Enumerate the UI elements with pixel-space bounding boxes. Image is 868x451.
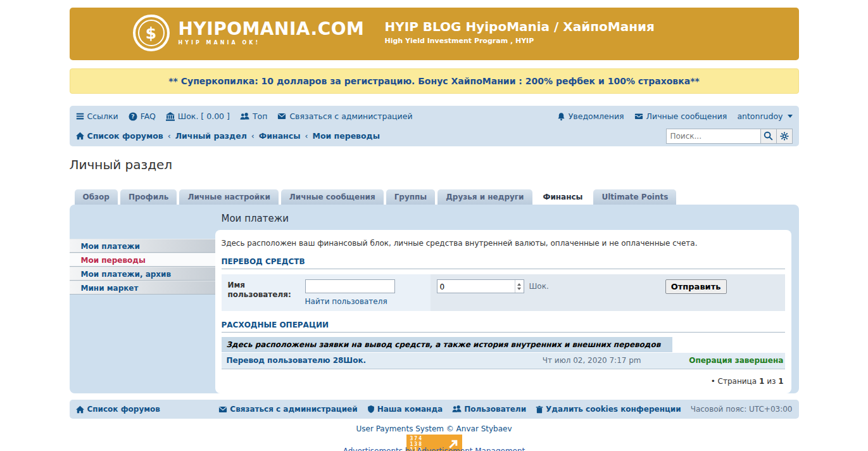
- amount-stepper[interactable]: [515, 280, 524, 293]
- tab-ultimate-points[interactable]: Ultimate Points: [593, 189, 676, 205]
- footer-link-label: Наша команда: [377, 405, 443, 414]
- nav-link-private-messages[interactable]: Личные сообщения: [634, 111, 727, 121]
- breadcrumb-forum-list[interactable]: Список форумов: [76, 131, 163, 141]
- envelope-icon: [277, 112, 286, 120]
- sidebar-item-payments-archive[interactable]: Мои платежи, архив: [70, 267, 215, 281]
- announcement-text: ** Суперкопилка: 10 долларов за регистра…: [168, 76, 700, 86]
- breadcrumb-my-transfers[interactable]: Мои переводы: [312, 131, 380, 141]
- footer-members-link[interactable]: Пользователи: [452, 405, 526, 414]
- amount-value: 0: [437, 280, 515, 293]
- inbox-icon: [634, 112, 643, 120]
- site-logo[interactable]: $ HYIPOMANIA.COM HYIP MANIA OK!: [133, 15, 365, 51]
- content-area: Мои платежи Здесь расположен ваш финансо…: [215, 205, 799, 393]
- nav-link-notifications[interactable]: Уведомления: [557, 111, 624, 121]
- nav-link-label: FAQ: [141, 111, 156, 121]
- tab-overview[interactable]: Обзор: [75, 189, 118, 205]
- bell-icon: [557, 112, 565, 121]
- operation-status: Операция завершена: [689, 356, 784, 365]
- operation-date: Чт июл 02, 2020 7:17 pm: [543, 356, 689, 365]
- operations-section-title: РАСХОДНЫЕ ОПЕРАЦИИ: [222, 321, 785, 333]
- trash-icon: [536, 405, 543, 414]
- nav-link-balance[interactable]: Шок. [ 0.00 ]: [166, 111, 230, 121]
- search-button[interactable]: [760, 129, 777, 144]
- counter-value: 374: [410, 436, 423, 441]
- tab-groups[interactable]: Группы: [386, 189, 436, 205]
- footer-bar: Список форумов Связаться с администрацие…: [70, 400, 799, 419]
- operations-table-header: Здесь расположены заявки на вывод средст…: [222, 337, 785, 352]
- pagination-label: Страница: [718, 377, 757, 386]
- tab-private-messages[interactable]: Личные сообщения: [281, 189, 384, 205]
- shield-icon: [367, 405, 375, 414]
- stepper-up-icon: [517, 283, 521, 286]
- search-bar: [666, 129, 793, 144]
- tab-profile[interactable]: Профиль: [120, 189, 177, 205]
- svg-text:?: ?: [131, 113, 134, 120]
- footer-link-label: Удалить cookies конференции: [546, 405, 681, 414]
- username-label: Имя пользователя:: [228, 279, 305, 306]
- footer-contact-admin-link[interactable]: Связаться с администрацией: [218, 405, 357, 414]
- breadcrumb: Список форумов ‹ Личный раздел ‹ Финансы…: [76, 125, 793, 146]
- nav-right: Уведомления Личные сообщения antonrudoy: [557, 111, 793, 121]
- footer-link-label: Связаться с администрацией: [230, 405, 357, 414]
- menu-icon: [76, 112, 84, 120]
- site-header: $ HYIPOMANIA.COM HYIP MANIA OK! HYIP BLO…: [70, 8, 799, 60]
- operations-table-row: Перевод пользователю 28Шок. Чт июл 02, 2…: [222, 353, 785, 369]
- logo-text: HYIPOMANIA.COM: [179, 20, 365, 38]
- footer-links: Связаться с администрацией Наша команда …: [218, 405, 792, 414]
- sidebar-item-my-transfers[interactable]: Мои переводы: [70, 253, 215, 267]
- stepper-down-icon: [517, 288, 521, 290]
- amount-input[interactable]: 0: [437, 279, 524, 293]
- nav-link-links[interactable]: Ссылки: [76, 111, 118, 121]
- page-root: $ HYIPOMANIA.COM HYIP MANIA OK! HYIP BLO…: [70, 8, 799, 451]
- nav-link-contact-admin[interactable]: Связаться с администрацией: [277, 111, 412, 121]
- pagination-bullet: •: [711, 377, 715, 386]
- search-options-button[interactable]: [776, 129, 793, 144]
- operation-description: Перевод пользователю 28Шок.: [222, 356, 543, 365]
- content-heading: Мои платежи: [215, 205, 791, 230]
- pagination-current: 1: [759, 377, 764, 386]
- breadcrumb-separator: ‹: [168, 131, 171, 141]
- breadcrumb-finance[interactable]: Финансы: [259, 131, 301, 141]
- search-icon: [764, 131, 773, 141]
- credits-link[interactable]: User Payments System © Anvar Stybaev: [70, 424, 799, 433]
- breadcrumb-label: Список форумов: [87, 131, 163, 141]
- tab-preferences[interactable]: Личные настройки: [179, 189, 278, 205]
- user-menu[interactable]: antonrudoy: [737, 111, 792, 121]
- transfer-section-title: ПЕРЕВОД СРЕДСТВ: [222, 257, 785, 269]
- find-user-link[interactable]: Найти пользователя: [305, 297, 395, 306]
- sidebar-item-mini-market[interactable]: Мини маркет: [70, 281, 215, 295]
- tab-finance[interactable]: Финансы: [535, 189, 591, 205]
- pagination-total: 1: [778, 377, 783, 386]
- nav-link-label: Ссылки: [87, 111, 118, 121]
- site-subtitle: High Yield Investment Program , HYIP: [385, 37, 655, 45]
- footer-link-label: Список форумов: [87, 405, 160, 414]
- currency-label: Шок.: [529, 279, 549, 291]
- operations-table-header-text: Здесь расположены заявки на вывод средст…: [222, 337, 672, 352]
- home-icon: [76, 405, 84, 414]
- username-field-column: Найти пользователя: [305, 279, 395, 306]
- ucp-tabs: Обзор Профиль Личные настройки Личные со…: [70, 189, 799, 205]
- footer-delete-cookies-link[interactable]: Удалить cookies конференции: [536, 405, 681, 414]
- username-input[interactable]: [305, 279, 395, 293]
- nav-link-label: Топ: [253, 111, 267, 121]
- submit-button[interactable]: Отправить: [665, 279, 727, 294]
- breadcrumb-personal-section[interactable]: Личный раздел: [175, 131, 247, 141]
- sidebar-item-my-payments[interactable]: Мои платежи: [70, 239, 215, 253]
- home-icon: [76, 132, 84, 140]
- footer-forum-list-link[interactable]: Список форумов: [76, 405, 160, 414]
- breadcrumb-label: Мои переводы: [312, 131, 380, 141]
- nav-link-top[interactable]: Топ: [240, 111, 267, 121]
- advertisement-footer-text: Advertisements by Advertisement Manageme…: [0, 447, 868, 451]
- search-input[interactable]: [666, 129, 761, 144]
- site-title: HYIP BLOG HyipoMania / ХайпоМания: [385, 19, 655, 34]
- tab-friends[interactable]: Друзья и недруги: [437, 189, 532, 205]
- pagination-of: из: [767, 377, 776, 386]
- bank-icon: [166, 112, 175, 121]
- nav-link-faq[interactable]: ? FAQ: [129, 111, 156, 121]
- page-title: Личный раздел: [70, 157, 799, 172]
- footer-team-link[interactable]: Наша команда: [367, 405, 443, 414]
- amount-cell: 0 Шок. Отправить: [431, 274, 785, 311]
- nav-link-label: Связаться с администрацией: [289, 111, 412, 121]
- dollar-circle-icon: $: [133, 15, 170, 51]
- breadcrumb-label: Финансы: [259, 131, 301, 141]
